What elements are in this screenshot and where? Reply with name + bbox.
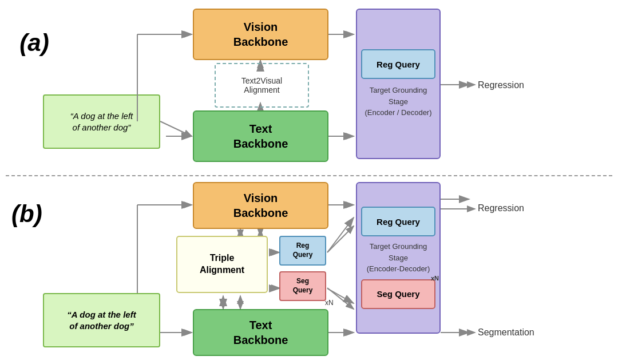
text2visual-box: Text2Visual Alignment: [215, 63, 309, 108]
target-grounding-b-label: Target Grounding Stage (Encoder-Decoder): [367, 242, 430, 273]
svg-line-26: [160, 121, 192, 136]
output-segmentation-b: Segmentation: [478, 327, 534, 338]
triple-alignment-box: Triple Alignment: [176, 236, 268, 293]
target-grounding-a: Reg Query Target Grounding Stage (Encode…: [356, 9, 441, 159]
xN-text: xN: [325, 299, 334, 307]
query-text-a-label: “A dog at the left of another dog”: [70, 110, 133, 133]
diagram-container: (a) (b) “A dog at the left of another do…: [0, 0, 618, 364]
target-grounding-a-text: Target Grounding Stage (Encoder / Decode…: [365, 85, 431, 118]
target-grounding-b-text: Target Grounding Stage (Encoder-Decoder): [367, 241, 430, 275]
reg-query-b: Reg Query: [361, 207, 435, 236]
vision-backbone-b-label: Vision Backbone: [233, 191, 288, 220]
output-segmentation-b-label: Segmentation: [478, 327, 534, 337]
seg-query-small-b: Seg Query: [279, 271, 326, 301]
query-text-a: “A dog at the left of another dog”: [43, 94, 160, 149]
reg-query-small-b: Reg Query: [279, 236, 326, 266]
vision-backbone-a-label: Vision Backbone: [233, 19, 288, 49]
seg-query-small-b-label: Seg Query: [293, 277, 313, 295]
svg-line-10: [166, 123, 193, 136]
reg-query-b-label: Reg Query: [377, 217, 420, 227]
svg-line-43: [327, 226, 354, 252]
output-regression-b: Regression: [478, 203, 524, 213]
query-text-b: “A dog at the left of another dog”: [43, 293, 160, 347]
text-backbone-a-label: Text Backbone: [233, 121, 288, 151]
label-b-text: (b): [11, 200, 42, 227]
label-b: (b): [11, 200, 57, 229]
label-a: (a): [11, 29, 57, 57]
xN-label: xN: [325, 299, 334, 307]
vision-backbone-b: Vision Backbone: [193, 182, 328, 229]
triple-alignment-label: Triple Alignment: [200, 252, 244, 276]
svg-line-21: [327, 217, 354, 252]
text-backbone-a: Text Backbone: [193, 110, 328, 162]
section-divider: [6, 175, 612, 176]
target-grounding-a-label: Target Grounding Stage (Encoder / Decode…: [365, 86, 431, 117]
reg-query-a: Reg Query: [361, 49, 435, 79]
output-regression-b-label: Regression: [478, 203, 524, 213]
output-regression-a-label: Regression: [478, 80, 524, 90]
seg-query-b-inner-label: Seg Query: [377, 289, 419, 299]
text-backbone-b-label: Text Backbone: [233, 318, 288, 347]
seg-query-xN: xN: [431, 275, 439, 282]
query-text-b-label: “A dog at the left of another dog”: [67, 309, 136, 331]
target-grounding-b: Reg Query Target Grounding Stage (Encode…: [356, 182, 441, 334]
output-regression-a: Regression: [478, 80, 524, 90]
reg-query-a-label: Reg Query: [377, 60, 420, 69]
label-a-text: (a): [19, 27, 49, 59]
text-backbone-b: Text Backbone: [193, 309, 328, 356]
seg-query-b-inner: Seg Query xN: [361, 279, 435, 309]
vision-backbone-a: Vision Backbone: [193, 9, 328, 60]
reg-query-small-b-label: Reg Query: [293, 242, 313, 259]
text2visual-label: Text2Visual Alignment: [241, 76, 282, 94]
